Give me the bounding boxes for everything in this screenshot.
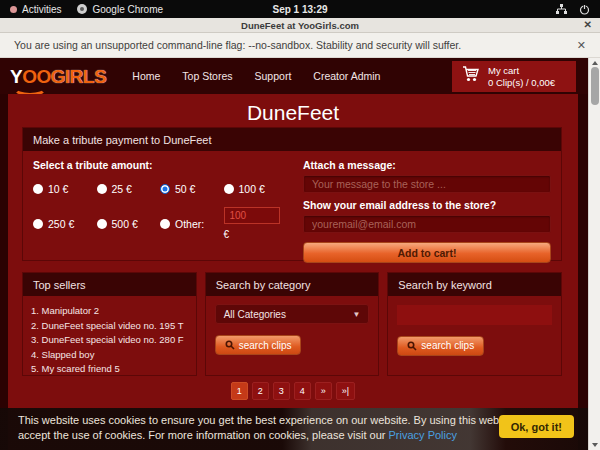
amount-option: 25 €	[97, 183, 161, 195]
network-icon[interactable]	[556, 4, 567, 15]
top-seller-item[interactable]: 3. DuneFeet special video no. 280 F	[31, 333, 187, 348]
amount-radio[interactable]	[33, 184, 43, 194]
other-amount-input[interactable]	[224, 207, 280, 224]
amount-radio[interactable]	[160, 219, 170, 229]
app-menu-button[interactable]: Google Chrome	[77, 4, 163, 15]
top-seller-item[interactable]: 5. My scared friend 5	[31, 362, 187, 377]
search-category-panel: Search by category All Categories ▼ sear…	[205, 272, 380, 376]
search-clips-category-button[interactable]: search clips	[215, 335, 302, 355]
cookie-line-1: This website uses cookies to ensure you …	[18, 413, 537, 428]
top-sellers-header: Top sellers	[23, 273, 196, 296]
top-sellers-panel: Top sellers 1. Manipulator 22. DuneFeet …	[22, 272, 197, 376]
chrome-infobar: You are using an unsupported command-lin…	[0, 33, 600, 58]
amount-options: 10 €25 €50 €100 €250 €500 €Other:€	[33, 183, 287, 240]
currency-symbol: €	[224, 229, 288, 240]
category-selected-value: All Categories	[224, 309, 286, 320]
top-sellers-list: 1. Manipulator 22. DuneFeet special vide…	[23, 296, 196, 385]
pagination-button-3[interactable]: 3	[273, 382, 290, 400]
top-seller-item[interactable]: 4. Slapped boy	[31, 348, 187, 363]
tribute-panel-header: Make a tribute payment to DuneFeet	[23, 128, 561, 151]
nav-item-support[interactable]: Support	[255, 70, 292, 82]
scrollbar-down-arrow-icon[interactable]	[592, 443, 598, 447]
amount-radio[interactable]	[224, 184, 234, 194]
pagination-button-2[interactable]: 2	[252, 382, 269, 400]
message-input[interactable]	[303, 175, 551, 193]
cookie-line-2: accept the use of cookies. For more info…	[18, 428, 537, 443]
pagination-button-»[interactable]: »	[315, 382, 332, 400]
amount-option: 100 €	[224, 183, 288, 195]
chevron-down-icon: ▼	[352, 310, 360, 319]
page-scrollbar[interactable]	[588, 58, 600, 450]
amount-radio[interactable]	[33, 219, 43, 229]
amount-option-label: 500 €	[112, 218, 138, 230]
amount-label: Select a tribute amount:	[33, 159, 287, 171]
cookie-accept-button[interactable]: Ok, got it!	[499, 415, 574, 438]
logo-part-y: Y	[10, 66, 22, 87]
amount-option-label: 25 €	[112, 183, 132, 195]
infobar-close-icon[interactable]: ✕	[577, 39, 586, 52]
privacy-policy-link[interactable]: Privacy Policy	[389, 429, 457, 441]
amount-radio[interactable]	[97, 219, 107, 229]
amount-option-label: 100 €	[239, 183, 265, 195]
pagination-button-1[interactable]: 1	[231, 382, 248, 400]
top-seller-item[interactable]: 1. Manipulator 2	[31, 304, 187, 319]
search-category-header: Search by category	[206, 273, 379, 296]
search-clips-keyword-button[interactable]: search clips	[397, 336, 484, 356]
window-title: DuneFeet at YooGirls.com	[241, 20, 359, 31]
cart-icon	[462, 66, 480, 87]
chrome-icon	[77, 4, 87, 14]
other-amount-cell: €	[224, 207, 288, 240]
amount-option: Other:	[160, 207, 224, 240]
add-to-cart-button[interactable]: Add to cart!	[303, 242, 551, 263]
email-input[interactable]	[303, 215, 551, 233]
site-logo[interactable]: YOOGIRLS	[10, 67, 106, 86]
search-clips-label: search clips	[239, 340, 292, 351]
pagination: 1234»»|	[8, 382, 578, 400]
nav-item-top-stores[interactable]: Top Stores	[182, 70, 232, 82]
activities-button[interactable]: Activities	[10, 4, 61, 15]
pagination-button-4[interactable]: 4	[294, 382, 311, 400]
top-seller-item[interactable]: 2. DuneFeet special video no. 195 T	[31, 319, 187, 334]
amount-option: 500 €	[97, 207, 161, 240]
page-body: DuneFeet Make a tribute payment to DuneF…	[8, 94, 578, 450]
email-label: Show your email address to the store?	[303, 199, 551, 211]
cookie-consent-bar: This website uses cookies to ensure you …	[0, 408, 588, 450]
screen: Activities Google Chrome Sep 1 13:29 Dun…	[0, 0, 600, 450]
message-label: Attach a message:	[303, 159, 551, 171]
logo-part-girls: GIRLS	[51, 66, 107, 87]
site-header: YOOGIRLS HomeTop StoresSupportCreator Ad…	[0, 58, 588, 94]
amount-option-label: 10 €	[48, 183, 68, 195]
power-icon[interactable]	[579, 4, 590, 15]
cart-box[interactable]: My cart 0 Clip(s) / 0,00€	[452, 61, 576, 92]
app-menu-label: Google Chrome	[92, 4, 163, 15]
category-select[interactable]: All Categories ▼	[215, 304, 370, 324]
recording-dot-icon	[10, 6, 17, 13]
infobar-message: You are using an unsupported command-lin…	[14, 39, 461, 51]
window-title-bar: DuneFeet at YooGirls.com ✕	[0, 18, 600, 33]
cookie-line-2-text: accept the use of cookies. For more info…	[18, 429, 389, 441]
scrollbar-thumb[interactable]	[591, 67, 599, 105]
amount-radio[interactable]	[97, 184, 107, 194]
amount-option-label: 250 €	[48, 218, 74, 230]
pagination-button-»|[interactable]: »|	[336, 382, 355, 400]
tribute-panel: Make a tribute payment to DuneFeet Selec…	[22, 127, 562, 261]
keyword-input[interactable]	[397, 305, 552, 325]
nav-item-creator-admin[interactable]: Creator Admin	[313, 70, 380, 82]
amount-option: 50 €	[160, 183, 224, 195]
amount-option-label: 50 €	[175, 183, 195, 195]
nav-item-home[interactable]: Home	[132, 70, 160, 82]
amount-option: 10 €	[33, 183, 97, 195]
search-icon	[407, 341, 417, 351]
search-icon	[225, 340, 235, 350]
scrollbar-up-arrow-icon[interactable]	[592, 61, 598, 65]
cart-label: My cart	[488, 65, 555, 77]
activities-label: Activities	[22, 4, 61, 15]
window-close-icon[interactable]: ✕	[584, 19, 592, 30]
search-clips-label: search clips	[421, 340, 474, 351]
cart-count: 0 Clip(s) / 0,00€	[488, 77, 555, 89]
search-keyword-header: Search by keyword	[388, 273, 561, 296]
cookie-message: This website uses cookies to ensure you …	[18, 413, 537, 442]
page-title: DuneFeet	[8, 101, 578, 125]
logo-part-oo: OO	[22, 66, 51, 87]
amount-radio-selected[interactable]	[160, 184, 170, 194]
